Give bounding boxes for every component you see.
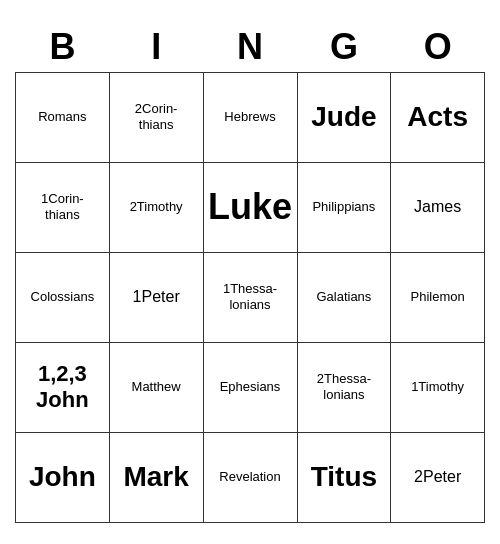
cell-r3-c1: Matthew bbox=[109, 342, 203, 432]
cell-r4-c4: 2Peter bbox=[391, 432, 485, 522]
bingo-body: Romans2Corin-thiansHebrewsJudeActs1Corin… bbox=[16, 72, 485, 522]
cell-r0-c1: 2Corin-thians bbox=[109, 72, 203, 162]
cell-r1-c1: 2Timothy bbox=[109, 162, 203, 252]
cell-r4-c3: Titus bbox=[297, 432, 391, 522]
header-g: G bbox=[297, 22, 391, 73]
cell-r3-c3: 2Thessa-lonians bbox=[297, 342, 391, 432]
bingo-header: B I N G O bbox=[16, 22, 485, 73]
table-row: JohnMarkRevelationTitus2Peter bbox=[16, 432, 485, 522]
header-n: N bbox=[203, 22, 297, 73]
cell-r0-c3: Jude bbox=[297, 72, 391, 162]
table-row: Colossians1Peter1Thessa-loniansGalatians… bbox=[16, 252, 485, 342]
cell-r1-c4: James bbox=[391, 162, 485, 252]
table-row: Romans2Corin-thiansHebrewsJudeActs bbox=[16, 72, 485, 162]
header-o: O bbox=[391, 22, 485, 73]
header-i: I bbox=[109, 22, 203, 73]
cell-r0-c0: Romans bbox=[16, 72, 110, 162]
cell-r3-c2: Ephesians bbox=[203, 342, 297, 432]
cell-r3-c4: 1Timothy bbox=[391, 342, 485, 432]
table-row: 1Corin-thians2TimothyLukePhilippiansJame… bbox=[16, 162, 485, 252]
cell-r3-c0: 1,2,3John bbox=[16, 342, 110, 432]
cell-r0-c2: Hebrews bbox=[203, 72, 297, 162]
cell-r2-c4: Philemon bbox=[391, 252, 485, 342]
cell-r2-c0: Colossians bbox=[16, 252, 110, 342]
cell-r4-c1: Mark bbox=[109, 432, 203, 522]
cell-r2-c1: 1Peter bbox=[109, 252, 203, 342]
cell-r2-c3: Galatians bbox=[297, 252, 391, 342]
cell-r1-c2: Luke bbox=[203, 162, 297, 252]
table-row: 1,2,3JohnMatthewEphesians2Thessa-lonians… bbox=[16, 342, 485, 432]
cell-r1-c3: Philippians bbox=[297, 162, 391, 252]
cell-r1-c0: 1Corin-thians bbox=[16, 162, 110, 252]
header-b: B bbox=[16, 22, 110, 73]
cell-r4-c2: Revelation bbox=[203, 432, 297, 522]
cell-r2-c2: 1Thessa-lonians bbox=[203, 252, 297, 342]
cell-r0-c4: Acts bbox=[391, 72, 485, 162]
cell-r4-c0: John bbox=[16, 432, 110, 522]
bingo-card: B I N G O Romans2Corin-thiansHebrewsJude… bbox=[15, 22, 485, 523]
